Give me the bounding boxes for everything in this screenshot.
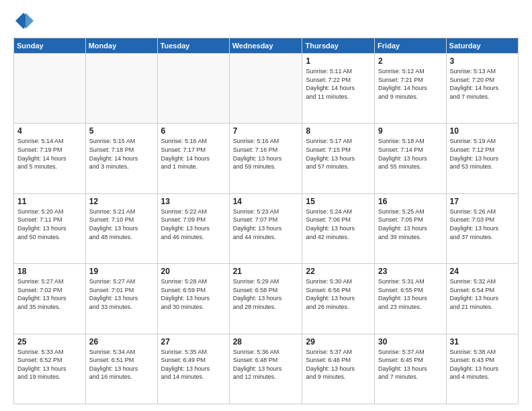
logo	[13, 11, 36, 31]
day-info: Sunrise: 5:12 AM Sunset: 7:21 PM Dayligh…	[378, 67, 442, 101]
calendar-cell: 15Sunrise: 5:24 AM Sunset: 7:06 PM Dayli…	[302, 193, 375, 263]
calendar-cell: 3Sunrise: 5:13 AM Sunset: 7:20 PM Daylig…	[446, 54, 518, 124]
calendar-cell	[14, 54, 86, 124]
day-number: 28	[233, 337, 299, 347]
calendar-cell: 14Sunrise: 5:23 AM Sunset: 7:07 PM Dayli…	[229, 193, 302, 263]
calendar-cell: 6Sunrise: 5:16 AM Sunset: 7:17 PM Daylig…	[157, 124, 229, 193]
day-number: 22	[306, 267, 371, 276]
calendar-cell: 11Sunrise: 5:20 AM Sunset: 7:11 PM Dayli…	[14, 193, 86, 263]
day-number: 23	[378, 267, 442, 276]
day-number: 25	[17, 337, 82, 347]
header-day: Thursday	[302, 38, 375, 54]
calendar-cell: 16Sunrise: 5:25 AM Sunset: 7:05 PM Dayli…	[375, 193, 446, 263]
calendar-cell: 4Sunrise: 5:14 AM Sunset: 7:19 PM Daylig…	[14, 124, 86, 193]
day-number: 5	[89, 126, 154, 136]
logo-icon	[13, 11, 34, 31]
calendar-week: 1Sunrise: 5:11 AM Sunset: 7:22 PM Daylig…	[14, 54, 519, 124]
day-number: 9	[378, 126, 442, 136]
day-number: 18	[17, 267, 82, 276]
day-number: 17	[450, 197, 515, 206]
calendar-cell: 21Sunrise: 5:29 AM Sunset: 6:58 PM Dayli…	[229, 264, 302, 334]
day-number: 8	[306, 126, 371, 136]
day-info: Sunrise: 5:34 AM Sunset: 6:51 PM Dayligh…	[89, 348, 154, 381]
day-info: Sunrise: 5:17 AM Sunset: 7:15 PM Dayligh…	[306, 137, 371, 171]
day-info: Sunrise: 5:18 AM Sunset: 7:14 PM Dayligh…	[378, 137, 442, 171]
calendar-cell: 2Sunrise: 5:12 AM Sunset: 7:21 PM Daylig…	[375, 54, 446, 124]
day-info: Sunrise: 5:11 AM Sunset: 7:22 PM Dayligh…	[306, 67, 371, 101]
day-number: 30	[378, 337, 442, 347]
day-number: 13	[161, 197, 226, 206]
day-info: Sunrise: 5:31 AM Sunset: 6:55 PM Dayligh…	[378, 277, 442, 311]
calendar-cell: 24Sunrise: 5:32 AM Sunset: 6:54 PM Dayli…	[446, 264, 518, 334]
calendar-cell: 9Sunrise: 5:18 AM Sunset: 7:14 PM Daylig…	[375, 124, 446, 193]
day-number: 1	[306, 56, 371, 66]
day-info: Sunrise: 5:20 AM Sunset: 7:11 PM Dayligh…	[17, 208, 82, 241]
header-row: SundayMondayTuesdayWednesdayThursdayFrid…	[14, 38, 519, 54]
day-number: 27	[161, 337, 226, 347]
day-number: 20	[161, 267, 226, 276]
day-info: Sunrise: 5:27 AM Sunset: 7:02 PM Dayligh…	[17, 277, 82, 311]
day-info: Sunrise: 5:29 AM Sunset: 6:58 PM Dayligh…	[233, 277, 299, 311]
calendar-week: 11Sunrise: 5:20 AM Sunset: 7:11 PM Dayli…	[14, 193, 519, 263]
calendar-cell: 12Sunrise: 5:21 AM Sunset: 7:10 PM Dayli…	[85, 193, 157, 263]
calendar-week: 18Sunrise: 5:27 AM Sunset: 7:02 PM Dayli…	[14, 264, 519, 334]
calendar-table: SundayMondayTuesdayWednesdayThursdayFrid…	[13, 38, 519, 404]
day-info: Sunrise: 5:24 AM Sunset: 7:06 PM Dayligh…	[306, 208, 371, 241]
calendar-cell: 5Sunrise: 5:15 AM Sunset: 7:18 PM Daylig…	[85, 124, 157, 193]
day-number: 2	[378, 56, 442, 66]
calendar-cell: 8Sunrise: 5:17 AM Sunset: 7:15 PM Daylig…	[302, 124, 375, 193]
calendar-cell: 10Sunrise: 5:19 AM Sunset: 7:12 PM Dayli…	[446, 124, 518, 193]
header	[13, 11, 519, 31]
calendar-cell: 19Sunrise: 5:27 AM Sunset: 7:01 PM Dayli…	[85, 264, 157, 334]
day-number: 6	[161, 126, 226, 136]
calendar-cell: 30Sunrise: 5:37 AM Sunset: 6:45 PM Dayli…	[375, 334, 446, 404]
day-info: Sunrise: 5:36 AM Sunset: 6:48 PM Dayligh…	[233, 348, 299, 381]
calendar-cell	[85, 54, 157, 124]
day-number: 11	[17, 197, 82, 206]
day-info: Sunrise: 5:14 AM Sunset: 7:19 PM Dayligh…	[17, 137, 82, 171]
header-day: Saturday	[446, 38, 518, 54]
calendar-cell: 23Sunrise: 5:31 AM Sunset: 6:55 PM Dayli…	[375, 264, 446, 334]
calendar-cell: 28Sunrise: 5:36 AM Sunset: 6:48 PM Dayli…	[229, 334, 302, 404]
day-info: Sunrise: 5:28 AM Sunset: 6:59 PM Dayligh…	[161, 277, 226, 311]
day-info: Sunrise: 5:21 AM Sunset: 7:10 PM Dayligh…	[89, 208, 154, 241]
day-info: Sunrise: 5:32 AM Sunset: 6:54 PM Dayligh…	[450, 277, 515, 311]
calendar-cell: 17Sunrise: 5:26 AM Sunset: 7:03 PM Dayli…	[446, 193, 518, 263]
header-day: Monday	[85, 38, 157, 54]
day-number: 3	[450, 56, 515, 66]
day-info: Sunrise: 5:22 AM Sunset: 7:09 PM Dayligh…	[161, 208, 226, 241]
calendar-cell: 22Sunrise: 5:30 AM Sunset: 6:56 PM Dayli…	[302, 264, 375, 334]
day-info: Sunrise: 5:13 AM Sunset: 7:20 PM Dayligh…	[450, 67, 515, 101]
day-info: Sunrise: 5:23 AM Sunset: 7:07 PM Dayligh…	[233, 208, 299, 241]
day-info: Sunrise: 5:27 AM Sunset: 7:01 PM Dayligh…	[89, 277, 154, 311]
day-info: Sunrise: 5:26 AM Sunset: 7:03 PM Dayligh…	[450, 208, 515, 241]
calendar-cell: 27Sunrise: 5:35 AM Sunset: 6:49 PM Dayli…	[157, 334, 229, 404]
day-number: 31	[450, 337, 515, 347]
header-day: Wednesday	[229, 38, 302, 54]
calendar-cell: 13Sunrise: 5:22 AM Sunset: 7:09 PM Dayli…	[157, 193, 229, 263]
calendar-cell: 31Sunrise: 5:38 AM Sunset: 6:43 PM Dayli…	[446, 334, 518, 404]
day-number: 15	[306, 197, 371, 206]
day-info: Sunrise: 5:38 AM Sunset: 6:43 PM Dayligh…	[450, 348, 515, 381]
calendar-week: 25Sunrise: 5:33 AM Sunset: 6:52 PM Dayli…	[14, 334, 519, 404]
day-number: 14	[233, 197, 299, 206]
day-number: 26	[89, 337, 154, 347]
day-info: Sunrise: 5:16 AM Sunset: 7:16 PM Dayligh…	[233, 137, 299, 171]
day-info: Sunrise: 5:30 AM Sunset: 6:56 PM Dayligh…	[306, 277, 371, 311]
day-info: Sunrise: 5:37 AM Sunset: 6:46 PM Dayligh…	[306, 348, 371, 381]
calendar-cell: 20Sunrise: 5:28 AM Sunset: 6:59 PM Dayli…	[157, 264, 229, 334]
calendar-cell	[229, 54, 302, 124]
calendar-cell	[157, 54, 229, 124]
day-number: 10	[450, 126, 515, 136]
day-info: Sunrise: 5:33 AM Sunset: 6:52 PM Dayligh…	[17, 348, 82, 381]
day-info: Sunrise: 5:15 AM Sunset: 7:18 PM Dayligh…	[89, 137, 154, 171]
day-number: 19	[89, 267, 154, 276]
header-day: Friday	[375, 38, 446, 54]
header-day: Tuesday	[157, 38, 229, 54]
calendar-cell: 25Sunrise: 5:33 AM Sunset: 6:52 PM Dayli…	[14, 334, 86, 404]
day-number: 21	[233, 267, 299, 276]
day-number: 29	[306, 337, 371, 347]
day-info: Sunrise: 5:25 AM Sunset: 7:05 PM Dayligh…	[378, 208, 442, 241]
day-number: 12	[89, 197, 154, 206]
day-number: 4	[17, 126, 82, 136]
